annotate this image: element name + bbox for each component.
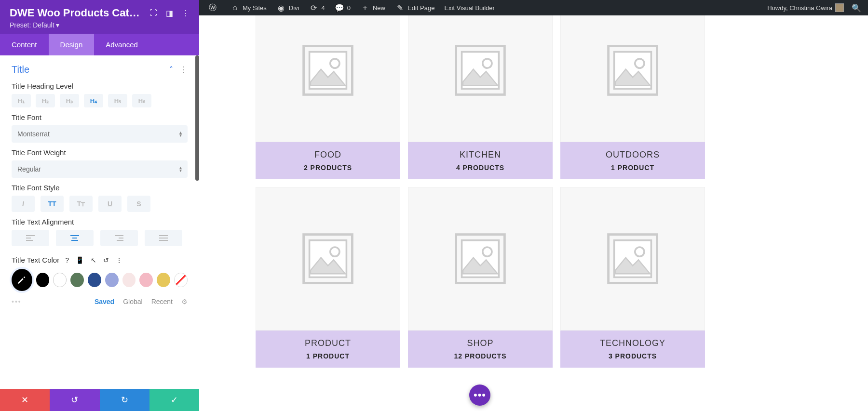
category-image-placeholder (408, 15, 553, 142)
align-center[interactable] (56, 230, 94, 246)
style-uppercase[interactable]: TT (41, 196, 64, 212)
undo-button[interactable]: ↺ (50, 389, 99, 411)
section-title[interactable]: Title (12, 64, 29, 75)
category-card[interactable]: OUTDOORS 1 PRODUCT (560, 15, 705, 179)
edit-page[interactable]: ✎Edit Page (390, 0, 439, 15)
hover-icon[interactable]: ↖ (91, 256, 96, 264)
builder-fab[interactable]: ••• (469, 384, 490, 406)
category-card[interactable]: FOOD 2 PRODUCTS (256, 15, 400, 179)
align-justify[interactable] (145, 230, 182, 246)
swatch-white[interactable] (53, 273, 67, 287)
font-weight-label: Title Font Weight (12, 148, 188, 157)
options-more-icon[interactable]: ⋮ (116, 256, 122, 264)
chevron-updown-icon: ▴▾ (179, 166, 182, 172)
category-count: 3 PRODUCTS (565, 352, 700, 360)
panel-header: DWE Woo Products Catego... ⛶ ◨ ⋮ Preset:… (0, 0, 199, 34)
align-left[interactable] (12, 230, 49, 246)
tab-design[interactable]: Design (49, 34, 95, 55)
heading-h5[interactable]: H₅ (108, 94, 127, 107)
swatch-navy[interactable] (88, 273, 101, 287)
redo-button[interactable]: ↻ (100, 389, 149, 411)
snap-icon[interactable]: ◨ (166, 9, 173, 18)
palette-recent[interactable]: Recent (151, 298, 173, 305)
cancel-button[interactable]: ✕ (0, 389, 50, 411)
sites-icon: ⌂ (230, 3, 240, 13)
plus-icon: ＋ (360, 3, 370, 13)
category-card[interactable]: KITCHEN 4 PRODUCTS (408, 15, 553, 179)
swatch-periwinkle[interactable] (105, 273, 119, 287)
font-select[interactable]: Montserrat ▴▾ (12, 125, 188, 143)
divi-settings-panel: DWE Woo Products Catego... ⛶ ◨ ⋮ Preset:… (0, 0, 199, 411)
pencil-icon: ✎ (395, 3, 405, 13)
wp-logo[interactable]: ⓦ (203, 0, 225, 15)
heading-h3[interactable]: H₃ (60, 94, 79, 107)
style-underline[interactable]: U (98, 196, 122, 212)
category-footer: FOOD 2 PRODUCTS (256, 142, 400, 179)
save-button[interactable]: ✓ (149, 389, 199, 411)
style-strikethrough[interactable]: S (127, 196, 150, 212)
howdy-user[interactable]: Howdy, Christina Gwira (762, 0, 849, 15)
category-card[interactable]: SHOP 12 PRODUCTS (408, 187, 553, 368)
palette-more-icon[interactable]: ••• (12, 298, 22, 305)
divi-label: Divi (289, 4, 299, 12)
palette-saved[interactable]: Saved (95, 298, 114, 305)
new-label: New (373, 4, 385, 12)
collapse-icon[interactable]: ˄ (169, 65, 173, 74)
style-smallcaps[interactable]: Tᴛ (69, 196, 93, 212)
section-more-icon[interactable]: ⋮ (180, 65, 188, 74)
tab-advanced[interactable]: Advanced (94, 34, 149, 55)
scrollbar[interactable] (195, 55, 199, 181)
updates[interactable]: ⟳4 (304, 0, 330, 15)
category-count: 4 PRODUCTS (413, 164, 548, 172)
new-content[interactable]: ＋New (355, 0, 390, 15)
swatch-pink[interactable] (139, 273, 153, 287)
reset-icon[interactable]: ↺ (103, 256, 109, 264)
style-italic[interactable]: I (12, 196, 35, 212)
updates-icon: ⟳ (309, 3, 319, 13)
align-right[interactable] (100, 230, 138, 246)
gear-icon[interactable]: ⚙ (181, 298, 188, 305)
swatch-gold[interactable] (157, 273, 170, 287)
settings-tabs: Content Design Advanced (0, 34, 199, 55)
swatch-blush[interactable] (122, 273, 136, 287)
heading-h6[interactable]: H₆ (132, 94, 151, 107)
responsive-icon[interactable]: 📱 (76, 256, 84, 264)
expand-icon[interactable]: ⛶ (149, 9, 157, 17)
page-preview: FOOD 2 PRODUCTS KITCHEN 4 PRODUCTS OUTDO… (199, 15, 868, 411)
font-style-group: I TT Tᴛ U S (12, 196, 188, 212)
category-title: OUTDOORS (565, 150, 700, 160)
divi-menu[interactable]: ◉Divi (271, 0, 304, 15)
heading-h1[interactable]: H₁ (12, 94, 31, 107)
heading-h4[interactable]: H₄ (84, 94, 103, 107)
heading-h2[interactable]: H₂ (36, 94, 55, 107)
alignment-label: Title Text Alignment (12, 218, 188, 226)
comments-icon: 💬 (335, 3, 344, 13)
category-image-placeholder (560, 187, 705, 331)
font-value: Montserrat (17, 130, 50, 138)
chevron-updown-icon: ▴▾ (179, 131, 182, 137)
avatar (835, 3, 844, 12)
tab-content[interactable]: Content (0, 34, 49, 55)
swatch-green[interactable] (70, 273, 84, 287)
settings-scroll[interactable]: Title ˄ ⋮ Title Heading Level H₁ H₂ H₃ H… (0, 55, 199, 389)
swatch-transparent[interactable] (174, 273, 188, 287)
exit-visual-builder[interactable]: Exit Visual Builder (439, 0, 500, 15)
heading-level-label: Title Heading Level (12, 82, 188, 90)
alignment-group (12, 230, 188, 246)
palette-global[interactable]: Global (123, 298, 142, 305)
comments[interactable]: 💬0 (330, 0, 355, 15)
category-count: 2 PRODUCTS (260, 164, 395, 172)
search-button[interactable]: 🔍 (849, 3, 864, 13)
preset-selector[interactable]: Preset: Default ▾ (10, 21, 190, 29)
category-card[interactable]: PRODUCT 1 PRODUCT (256, 187, 400, 368)
help-icon[interactable]: ? (65, 256, 69, 264)
font-weight-select[interactable]: Regular ▴▾ (12, 160, 188, 178)
swatch-black[interactable] (36, 273, 50, 287)
my-sites[interactable]: ⌂My Sites (225, 0, 271, 15)
category-image-placeholder (560, 15, 705, 142)
category-grid: FOOD 2 PRODUCTS KITCHEN 4 PRODUCTS OUTDO… (256, 15, 705, 368)
category-title: FOOD (260, 150, 395, 160)
category-card[interactable]: TECHNOLOGY 3 PRODUCTS (560, 187, 705, 368)
color-picker-button[interactable] (12, 269, 32, 291)
more-icon[interactable]: ⋮ (182, 9, 190, 18)
